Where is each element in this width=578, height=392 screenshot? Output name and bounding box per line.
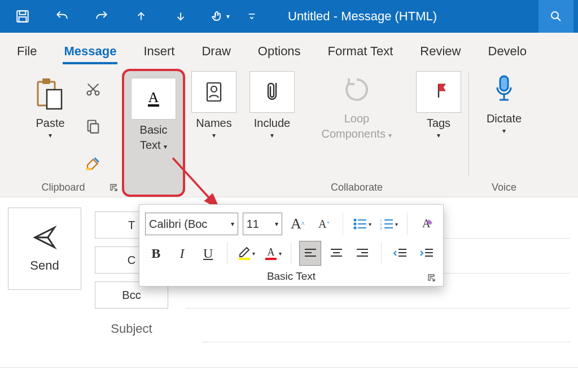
include-button[interactable]: Include ▾	[245, 69, 299, 142]
svg-point-8	[95, 91, 99, 95]
group-include: Include ▾	[243, 69, 301, 197]
tags-label: Tags	[427, 116, 450, 130]
svg-rect-15	[500, 76, 508, 91]
font-size-combo[interactable]: 11▾	[243, 213, 282, 235]
copy-icon[interactable]	[83, 116, 103, 136]
svg-point-17	[354, 219, 356, 221]
svg-text:A: A	[267, 246, 274, 258]
names-label: Names	[196, 116, 231, 130]
loop-label-1: Loop	[344, 112, 370, 126]
format-painter-icon[interactable]	[83, 153, 103, 174]
undo-icon[interactable]	[44, 0, 80, 33]
font-color-icon[interactable]: A▾	[261, 241, 283, 266]
svg-rect-2	[19, 17, 27, 22]
ribbon: Paste ▾ Clipboard A	[0, 64, 578, 197]
tab-message[interactable]: Message	[50, 36, 130, 64]
dialog-launcher-icon[interactable]	[110, 183, 119, 192]
increase-indent-icon[interactable]	[416, 241, 437, 266]
group-voice: Dictate ▾ Voice	[472, 69, 536, 197]
group-collaborate: Loop Components ▾ Collaborate	[301, 69, 412, 197]
svg-point-21	[354, 227, 356, 228]
font-name-combo[interactable]: Calibri (Boc▾	[145, 213, 238, 235]
svg-rect-32	[265, 258, 277, 260]
customize-qat-icon[interactable]	[242, 0, 262, 33]
popup-title: Basic Text	[267, 270, 316, 282]
svg-rect-1	[20, 11, 26, 15]
highlight-color-icon[interactable]: ▾	[235, 241, 257, 266]
down-arrow-icon[interactable]	[163, 0, 199, 33]
search-button[interactable]	[538, 0, 573, 33]
tab-options[interactable]: Options	[244, 36, 314, 64]
include-label: Include	[254, 116, 291, 130]
titlebar: ▾ Untitled - Message (HTML)	[0, 0, 578, 33]
align-right-icon[interactable]	[352, 241, 373, 266]
subject-field[interactable]	[202, 315, 570, 342]
svg-rect-10	[86, 168, 92, 170]
tags-button[interactable]: Tags ▾	[411, 69, 466, 142]
clear-formatting-icon[interactable]: A	[415, 212, 437, 236]
align-center-icon[interactable]	[326, 241, 347, 266]
svg-text:A: A	[148, 89, 159, 105]
cut-icon[interactable]	[83, 79, 103, 99]
svg-rect-30	[239, 258, 250, 260]
grow-font-icon[interactable]: A^	[287, 212, 309, 236]
numbering-icon[interactable]: 123▾	[378, 212, 400, 236]
svg-rect-9	[90, 124, 98, 133]
subject-label: Subject	[95, 321, 168, 336]
basic-text-label-1: Basic	[140, 123, 168, 137]
basic-text-popup: Calibri (Boc▾ 11▾ A^ A˅ ▾ 123▾ A B I U ▾…	[139, 204, 444, 287]
window-title: Untitled - Message (HTML)	[288, 9, 437, 24]
chevron-down-icon: ▾	[49, 131, 52, 140]
loop-label-2: Components	[322, 127, 386, 140]
tab-file[interactable]: File	[3, 36, 50, 64]
svg-rect-12	[148, 104, 159, 107]
underline-button[interactable]: U	[198, 241, 219, 266]
italic-button[interactable]: I	[171, 241, 192, 266]
svg-point-3	[551, 12, 558, 19]
tab-insert[interactable]: Insert	[130, 36, 188, 64]
group-label-clipboard: Clipboard	[5, 182, 122, 193]
group-label-voice: Voice	[472, 182, 536, 193]
send-button[interactable]: Send	[8, 208, 81, 290]
paste-button[interactable]: Paste ▾	[23, 73, 77, 142]
svg-point-7	[87, 91, 91, 95]
svg-point-19	[354, 223, 356, 224]
paste-label: Paste	[36, 116, 64, 130]
group-label-collaborate: Collaborate	[301, 182, 412, 193]
names-button[interactable]: Names ▾	[187, 69, 241, 142]
dialog-launcher-icon[interactable]	[427, 274, 436, 283]
bold-button[interactable]: B	[145, 241, 167, 266]
shrink-font-icon[interactable]: A˅	[313, 212, 335, 236]
bullets-icon[interactable]: ▾	[351, 212, 373, 236]
svg-text:3: 3	[380, 226, 382, 230]
basic-text-button[interactable]: A Basic Text ▾	[126, 76, 181, 155]
dictate-label: Dictate	[487, 112, 522, 126]
svg-rect-5	[42, 78, 50, 84]
decrease-indent-icon[interactable]	[389, 241, 411, 266]
group-clipboard: Paste ▾ Clipboard	[5, 69, 122, 197]
svg-point-14	[211, 86, 217, 92]
align-left-icon[interactable]	[299, 241, 321, 266]
group-names: Names ▾	[185, 69, 243, 197]
up-arrow-icon[interactable]	[123, 0, 159, 33]
font-size-value: 11	[247, 218, 272, 231]
dictate-button[interactable]: Dictate ▾	[482, 69, 526, 138]
font-name-value: Calibri (Boc	[149, 218, 227, 231]
touch-mode-icon[interactable]: ▾	[202, 0, 238, 33]
tab-review[interactable]: Review	[406, 36, 474, 64]
ribbon-tabs: File Message Insert Draw Options Format …	[0, 33, 578, 64]
redo-icon[interactable]	[84, 0, 120, 33]
tab-developer[interactable]: Develo	[475, 36, 540, 64]
group-tags: Tags ▾	[412, 69, 465, 197]
tab-draw[interactable]: Draw	[188, 36, 244, 64]
loop-components-button: Loop Components ▾	[317, 69, 397, 143]
group-basic-text-highlighted: A Basic Text ▾	[122, 69, 185, 197]
basic-text-label-2: Text	[140, 139, 161, 151]
svg-rect-6	[47, 90, 62, 109]
save-icon[interactable]	[5, 0, 41, 33]
send-label: Send	[30, 258, 59, 273]
tab-format-text[interactable]: Format Text	[314, 36, 407, 64]
